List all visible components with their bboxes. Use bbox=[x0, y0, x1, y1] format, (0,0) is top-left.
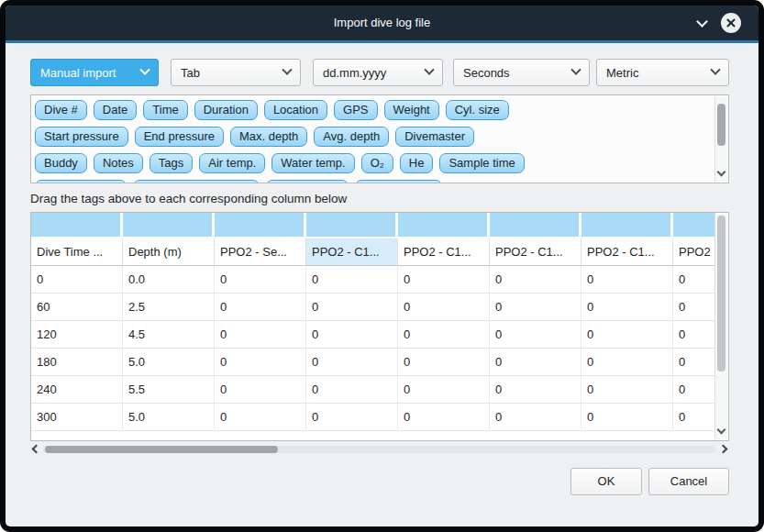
scrollbar-thumb[interactable] bbox=[717, 104, 725, 146]
column-header: PPO2 - C1... bbox=[581, 238, 673, 266]
cell: 0 bbox=[306, 376, 398, 404]
cell: 0 bbox=[673, 321, 715, 349]
tag-location[interactable]: Location bbox=[264, 100, 327, 120]
tag-date[interactable]: Date bbox=[94, 100, 137, 120]
import-preview-table: Dive Time ... Depth (m) PPO2 - Se... PPO… bbox=[30, 212, 729, 441]
column-drop-cell[interactable] bbox=[31, 213, 123, 238]
tag-he[interactable]: He bbox=[400, 153, 434, 173]
import-dialog: Import dive log file Manual import Tab d… bbox=[6, 6, 758, 526]
column-drop-cell[interactable] bbox=[215, 213, 306, 238]
combo-duration-format[interactable]: Seconds bbox=[453, 59, 590, 86]
tag-end-pressure[interactable]: End pressure bbox=[135, 127, 224, 147]
combo-date-format[interactable]: dd.mm.yyyy bbox=[313, 59, 443, 86]
tag-sample-temperature[interactable]: Sample temperature bbox=[133, 180, 260, 183]
tag-gps[interactable]: GPS bbox=[334, 100, 377, 120]
cell: 0 bbox=[398, 321, 490, 349]
cell: 240 bbox=[31, 376, 123, 404]
cell: 0 bbox=[490, 404, 581, 431]
column-drop-cell[interactable] bbox=[673, 213, 715, 238]
tag-sample-depth[interactable]: Sample depth bbox=[35, 180, 127, 183]
tag-sample-time[interactable]: Sample time bbox=[439, 153, 524, 173]
scroll-down-icon[interactable] bbox=[717, 426, 726, 435]
column-drop-cell[interactable] bbox=[581, 213, 673, 238]
header-row: Dive Time ... Depth (m) PPO2 - Se... PPO… bbox=[31, 238, 715, 266]
cell: 4.5 bbox=[123, 321, 215, 349]
table-row: 0 0.0 0 0 0 0 0 0 bbox=[31, 266, 715, 294]
tag-water-temp[interactable]: Water temp. bbox=[271, 153, 354, 173]
cell: 0 bbox=[306, 404, 398, 431]
cell: 300 bbox=[31, 404, 123, 431]
tag-weight[interactable]: Weight bbox=[384, 100, 439, 120]
cell: 0 bbox=[490, 376, 581, 404]
column-header-selected: PPO2 - C1... bbox=[306, 238, 398, 266]
scrollbar-thumb[interactable] bbox=[45, 446, 278, 453]
cell: 0 bbox=[490, 266, 581, 294]
tag-o2[interactable]: O₂ bbox=[361, 153, 393, 173]
cell: 5.0 bbox=[123, 349, 215, 376]
cell: 180 bbox=[31, 349, 123, 376]
close-button[interactable] bbox=[721, 13, 741, 33]
cancel-button[interactable]: Cancel bbox=[648, 468, 729, 495]
combo-manual-import[interactable]: Manual import bbox=[30, 59, 159, 86]
tag-notes[interactable]: Notes bbox=[94, 153, 143, 173]
chevron-down-icon bbox=[424, 65, 434, 75]
combo-value: Metric bbox=[606, 66, 638, 80]
tag-start-pressure[interactable]: Start pressure bbox=[35, 127, 128, 147]
column-drop-cell[interactable] bbox=[490, 213, 581, 238]
table-horizontal-scrollbar[interactable] bbox=[30, 443, 729, 456]
tag-air-temp[interactable]: Air temp. bbox=[199, 153, 265, 173]
cell: 0 bbox=[490, 294, 581, 321]
tag-divemaster[interactable]: Divemaster bbox=[395, 127, 474, 147]
combo-value: dd.mm.yyyy bbox=[323, 66, 386, 80]
column-drop-cell[interactable] bbox=[123, 213, 215, 238]
cell: 0 bbox=[215, 266, 306, 294]
scroll-left-icon[interactable] bbox=[32, 445, 41, 454]
tag-cyl-size[interactable]: Cyl. size bbox=[446, 100, 509, 120]
cell: 0 bbox=[215, 321, 306, 349]
cell: 0 bbox=[31, 266, 123, 294]
cell: 120 bbox=[31, 321, 123, 349]
cell: 0 bbox=[215, 349, 306, 376]
titlebar[interactable]: Import dive log file bbox=[6, 6, 758, 40]
cell: 0 bbox=[398, 266, 490, 294]
scrollbar-thumb[interactable] bbox=[717, 216, 725, 371]
table-vertical-scrollbar[interactable] bbox=[714, 214, 727, 439]
tag-tags[interactable]: Tags bbox=[149, 153, 193, 173]
tag-dive-number[interactable]: Dive # bbox=[35, 100, 87, 120]
tag-avg-depth[interactable]: Avg. depth bbox=[314, 127, 389, 147]
cell: 0 bbox=[215, 404, 306, 431]
cell: 0 bbox=[581, 376, 673, 404]
cell: 0 bbox=[490, 321, 581, 349]
table-row: 120 4.5 0 0 0 0 0 0 bbox=[31, 321, 715, 349]
cell: 0 bbox=[306, 349, 398, 376]
tag-max-depth[interactable]: Max. depth bbox=[230, 127, 307, 147]
column-drop-cell[interactable] bbox=[398, 213, 490, 238]
titlebar-accent-line bbox=[6, 40, 758, 43]
scroll-down-icon[interactable] bbox=[717, 168, 726, 177]
cell: 60 bbox=[31, 294, 123, 321]
column-drop-cell[interactable] bbox=[306, 213, 398, 238]
tag-buddy[interactable]: Buddy bbox=[35, 153, 87, 173]
scroll-right-icon[interactable] bbox=[719, 445, 728, 454]
tag-sample-cns[interactable]: Sample CNS bbox=[355, 180, 442, 183]
ok-button[interactable]: OK bbox=[570, 468, 642, 495]
combo-value: Seconds bbox=[463, 66, 510, 80]
tag-row: Sample depth Sample temperature Sample p… bbox=[35, 180, 708, 183]
chevron-down-icon bbox=[570, 65, 581, 75]
combo-units[interactable]: Metric bbox=[596, 59, 729, 86]
tag-time[interactable]: Time bbox=[143, 100, 187, 120]
tag-pool-scrollbar[interactable] bbox=[714, 96, 727, 182]
tag-sample-po2[interactable]: Sample pO₂ bbox=[266, 180, 349, 183]
combo-field-separator[interactable]: Tab bbox=[171, 59, 301, 86]
preview-grid: Dive Time ... Depth (m) PPO2 - Se... PPO… bbox=[31, 213, 715, 431]
cell: 0 bbox=[215, 294, 306, 321]
cell: 0 bbox=[398, 376, 490, 404]
cell: 0 bbox=[581, 294, 673, 321]
chevron-down-icon bbox=[282, 65, 292, 75]
combo-value: Tab bbox=[181, 66, 200, 80]
cell: 5.0 bbox=[123, 404, 215, 431]
tag-duration[interactable]: Duration bbox=[194, 100, 258, 120]
drag-instruction-text: Drag the tags above to each correspondin… bbox=[30, 192, 347, 205]
cell: 0 bbox=[581, 266, 673, 294]
cell: 0 bbox=[398, 349, 490, 376]
